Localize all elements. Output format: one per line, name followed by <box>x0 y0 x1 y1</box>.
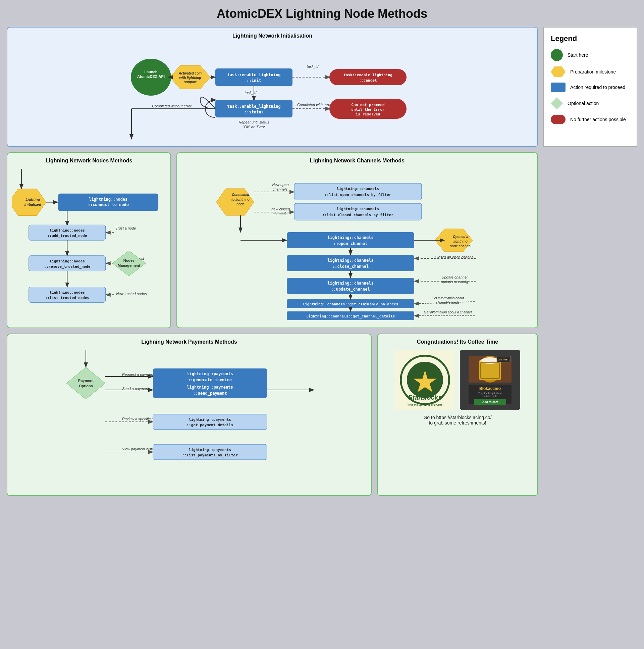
legend-nofurther: No further actions possible <box>551 115 630 124</box>
nodes-panel: Lighning Network Nodes Methods Lighting … <box>7 153 171 328</box>
svg-text:Initialized: Initialized <box>25 202 41 206</box>
svg-text:View trusted nodes: View trusted nodes <box>116 292 147 296</box>
svg-text:Get information about a channe: Get information about a channel <box>424 310 472 314</box>
svg-text:lightning::nodes: lightning::nodes <box>50 259 85 263</box>
init-panel: Lightning Network Initialisation Launch … <box>7 27 538 147</box>
svg-text:baristas craft.: baristas craft. <box>483 395 497 398</box>
svg-text:lightning::channels::get_chann: lightning::channels::get_channel_details <box>306 314 395 318</box>
svg-text:lightning::channels: lightning::channels <box>337 207 379 211</box>
svg-text:node channel: node channel <box>450 244 472 248</box>
legend-optional: Optional action <box>551 97 630 110</box>
svg-text:Update channel: Update channel <box>442 275 468 279</box>
svg-text:lightning: lightning <box>454 240 468 243</box>
svg-text:until the Error: until the Error <box>351 107 385 112</box>
legend-prep: Preparation milestone <box>551 67 630 77</box>
svg-text:Lighting: Lighting <box>26 197 40 201</box>
svg-text:lightning::channels: lightning::channels <box>327 235 373 240</box>
starblocks-logo: Starblocks with the lightning of crypto <box>395 350 455 410</box>
svg-text:AtomicDEX-API: AtomicDEX-API <box>137 75 165 79</box>
svg-rect-8 <box>215 69 292 86</box>
svg-text:lightning::channels: lightning::channels <box>337 186 379 191</box>
coffee-content: Starblocks with the lightning of crypto <box>382 350 533 426</box>
svg-rect-131 <box>153 414 267 430</box>
svg-text:View payment history: View payment history <box>122 447 158 451</box>
coffee-panel-title: Congratuations! Its Coffee Time <box>382 339 533 345</box>
svg-text:::get_payment_details: ::get_payment_details <box>186 423 233 427</box>
svg-text:Trust a node: Trust a node <box>116 226 136 230</box>
svg-text:lightning::nodes: lightning::nodes <box>50 228 85 232</box>
svg-text:::list_open_channels_by_filter: ::list_open_channels_by_filter <box>325 192 392 197</box>
nodes-panel-title: Lighning Network Nodes Methods <box>12 158 166 164</box>
legend-diamond-icon <box>551 97 563 110</box>
svg-rect-77 <box>294 203 422 220</box>
svg-text:Completed with error: Completed with error <box>297 103 332 107</box>
svg-text:::list_closed_channels_by_filt: ::list_closed_channels_by_filter <box>322 213 394 217</box>
svg-marker-115 <box>66 367 105 399</box>
svg-rect-148 <box>479 361 501 380</box>
svg-text:0.01 mBTC: 0.01 mBTC <box>497 358 511 361</box>
legend-optional-label: Optional action <box>567 101 599 106</box>
legend-panel: Legend Start here Preparation milestone … <box>543 27 637 147</box>
svg-text:lightning::payments: lightning::payments <box>187 372 233 376</box>
svg-text:::connect_to_node: ::connect_to_node <box>88 203 129 208</box>
svg-text:Connected: Connected <box>232 193 249 197</box>
svg-text:lightning::payments: lightning::payments <box>187 385 233 390</box>
svg-text:::send_payment: ::send_payment <box>193 391 227 396</box>
svg-point-150 <box>481 357 498 364</box>
svg-text:task_id: task_id <box>307 64 319 69</box>
svg-text:Options: Options <box>79 384 93 388</box>
legend-prep-label: Preparation milestone <box>570 69 616 75</box>
page-title: AtomicDEX Lightning Node Methods <box>7 7 637 21</box>
svg-text:Starblocks: Starblocks <box>408 394 442 401</box>
svg-text:Get information about: Get information about <box>432 296 464 300</box>
blokaccino-card: 0.01 mBTC Blokaccino Truly the height of… <box>460 350 520 410</box>
svg-text:"Ok" or "Error: "Ok" or "Error <box>243 125 265 129</box>
payments-panel: Lighning Network Payments Methods Paymen… <box>7 334 372 496</box>
channels-diagram-svg: Connected to lightning node View open ch… <box>182 168 533 323</box>
svg-text:lightning::channels::get_claim: lightning::channels::get_claimable_balan… <box>303 302 399 306</box>
svg-text:lightning::nodes: lightning::nodes <box>50 290 85 295</box>
svg-text:lightning::channels: lightning::channels <box>327 258 373 263</box>
svg-text:support: support <box>184 80 196 84</box>
legend-hex-icon <box>551 67 565 77</box>
channels-panel: Lighning Network Channels Methods Connec… <box>176 153 538 328</box>
svg-text:Nodes: Nodes <box>124 258 135 262</box>
svg-text:task::enable_lightning: task::enable_lightning <box>227 104 281 109</box>
svg-text:Blokaccino: Blokaccino <box>479 386 501 391</box>
legend-start: Start here <box>551 49 630 61</box>
svg-rect-71 <box>294 183 422 200</box>
svg-marker-64 <box>216 188 254 215</box>
svg-text:task_id: task_id <box>245 91 257 95</box>
svg-text:::update_channel: ::update_channel <box>331 287 370 292</box>
svg-text:::remove_trusted_node: ::remove_trusted_node <box>44 264 91 269</box>
svg-rect-19 <box>215 100 292 118</box>
svg-text:node: node <box>236 202 244 206</box>
legend-start-label: Start here <box>567 52 588 58</box>
svg-text:Can not proceed: Can not proceed <box>351 103 384 107</box>
svg-text:View closed: View closed <box>270 207 290 211</box>
svg-text:Payment: Payment <box>78 379 94 383</box>
svg-text:Request a payment: Request a payment <box>122 373 154 377</box>
svg-text:task::enable_lightning: task::enable_lightning <box>227 73 281 78</box>
payments-diagram-svg: Payment Options Request a payment lightn… <box>12 350 366 490</box>
svg-text:::list_trusted_nodes: ::list_trusted_nodes <box>45 296 89 300</box>
svg-text:Management: Management <box>118 263 140 267</box>
svg-text:::open_channel: ::open_channel <box>333 241 367 246</box>
svg-rect-14 <box>329 69 407 85</box>
coffee-images: Starblocks with the lightning of crypto <box>395 350 520 410</box>
svg-text:View open: View open <box>271 182 288 186</box>
svg-text:channels: channels <box>273 187 288 191</box>
svg-rect-136 <box>153 444 267 460</box>
svg-text:::list_payments_by_filter: ::list_payments_by_filter <box>182 453 238 458</box>
legend-nofurther-label: No further actions possible <box>570 117 626 122</box>
svg-text:lightning::payments: lightning::payments <box>189 418 231 422</box>
legend-action-label: Action required to proceed <box>570 85 625 90</box>
svg-text:task::enable_lightning: task::enable_lightning <box>343 73 393 77</box>
legend-green-icon <box>551 49 563 61</box>
svg-text:::generate_invoice: ::generate_invoice <box>188 378 232 383</box>
svg-text:Truly the height of our: Truly the height of our <box>478 392 502 395</box>
svg-text:lightning::nodes: lightning::nodes <box>89 197 128 202</box>
svg-text:Activated coin: Activated coin <box>178 72 201 75</box>
init-diagram-svg: Launch AtomicDEX-API Activated coin with… <box>13 44 532 141</box>
svg-text:::close_channel: ::close_channel <box>332 264 369 269</box>
